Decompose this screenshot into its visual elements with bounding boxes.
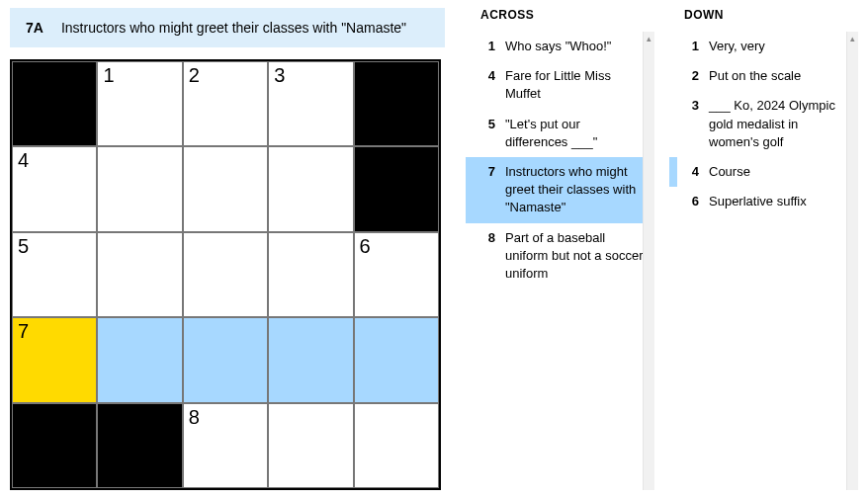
clue-number: 2 xyxy=(683,67,699,85)
clue-text: Fare for Little Miss Muffet xyxy=(505,67,645,103)
scrollbar-track[interactable]: ▴ xyxy=(643,32,654,490)
clue-columns: ACROSS 1Who says "Whoo!"4Fare for Little… xyxy=(465,8,858,490)
current-clue-id: 7A xyxy=(26,20,43,36)
cell-number: 8 xyxy=(189,406,200,429)
grid-cell[interactable]: 1 xyxy=(97,61,182,146)
cell-number: 5 xyxy=(18,235,29,258)
grid-cell[interactable] xyxy=(97,232,182,317)
across-clue-item[interactable]: 4Fare for Little Miss Muffet xyxy=(466,61,651,109)
cell-number: 7 xyxy=(18,320,29,343)
across-clue-item[interactable]: 1Who says "Whoo!" xyxy=(466,32,651,61)
cell-number: 4 xyxy=(18,149,29,172)
clue-number: 6 xyxy=(683,193,699,210)
grid-cell[interactable]: 6 xyxy=(354,232,439,317)
clue-text: Very, very xyxy=(709,38,848,55)
grid-cell xyxy=(97,403,182,488)
grid-cell[interactable] xyxy=(183,146,268,231)
down-column: DOWN 1Very, very2Put on the scale3___ Ko… xyxy=(668,8,858,490)
clue-number: 1 xyxy=(683,38,699,55)
grid-cell[interactable]: 3 xyxy=(268,61,353,146)
down-clue-item[interactable]: 2Put on the scale xyxy=(669,61,854,91)
cell-number: 1 xyxy=(103,64,114,87)
grid-cell[interactable] xyxy=(268,403,353,488)
across-heading: ACROSS xyxy=(465,8,654,22)
across-clue-item[interactable]: 8Part of a baseball uniform but not a so… xyxy=(466,223,651,290)
scroll-up-icon[interactable]: ▴ xyxy=(847,32,858,45)
grid-cell[interactable] xyxy=(268,232,353,317)
cell-number: 6 xyxy=(360,235,371,258)
clue-text: Instructors who might greet their classe… xyxy=(505,163,645,217)
grid-cell[interactable] xyxy=(268,146,353,231)
clue-number: 8 xyxy=(479,229,495,284)
grid-cell xyxy=(354,61,439,146)
grid-cell xyxy=(354,146,439,231)
grid-cell[interactable] xyxy=(97,317,182,402)
down-heading: DOWN xyxy=(668,8,858,22)
clue-text: "Let's put our differences ___" xyxy=(505,116,645,151)
crossword-grid: 12345678 xyxy=(10,59,441,490)
grid-cell[interactable]: 2 xyxy=(183,61,268,146)
down-clue-item[interactable]: 6Superlative suffix xyxy=(669,187,854,216)
grid-cell[interactable]: 7 xyxy=(12,317,97,402)
grid-cell xyxy=(12,61,97,146)
clue-text: Course xyxy=(709,163,848,181)
grid-cell[interactable]: 5 xyxy=(12,232,97,317)
grid-cell[interactable] xyxy=(97,146,182,231)
grid-cell[interactable]: 4 xyxy=(12,146,97,231)
clue-number: 3 xyxy=(683,97,699,151)
grid-cell xyxy=(12,403,97,488)
down-list: 1Very, very2Put on the scale3___ Ko, 202… xyxy=(668,32,858,216)
current-clue-text: Instructors who might greet their classe… xyxy=(61,20,406,36)
grid-cell[interactable]: 8 xyxy=(183,403,268,488)
clue-text: Put on the scale xyxy=(709,67,848,85)
across-clue-item[interactable]: 7Instructors who might greet their class… xyxy=(466,157,651,223)
across-column: ACROSS 1Who says "Whoo!"4Fare for Little… xyxy=(465,8,654,490)
scrollbar-track[interactable]: ▴ xyxy=(846,32,858,490)
grid-cell[interactable] xyxy=(354,403,439,488)
across-clue-item[interactable]: 5"Let's put our differences ___" xyxy=(466,110,651,157)
clue-text: Superlative suffix xyxy=(709,193,848,210)
down-clue-item[interactable]: 1Very, very xyxy=(669,32,854,61)
clue-number: 4 xyxy=(683,163,699,181)
clue-number: 7 xyxy=(479,163,495,217)
clue-number: 4 xyxy=(479,67,495,103)
down-clue-item[interactable]: 4Course xyxy=(669,157,854,187)
clue-text: Who says "Whoo!" xyxy=(505,38,645,55)
across-list: 1Who says "Whoo!"4Fare for Little Miss M… xyxy=(465,32,654,289)
clue-text: Part of a baseball uniform but not a soc… xyxy=(505,229,645,284)
grid-cell[interactable] xyxy=(354,317,439,402)
current-clue-bar[interactable]: 7A Instructors who might greet their cla… xyxy=(10,8,445,47)
cell-number: 2 xyxy=(189,64,200,87)
clue-number: 1 xyxy=(479,38,495,55)
left-panel: 7A Instructors who might greet their cla… xyxy=(10,8,445,490)
grid-cell[interactable] xyxy=(183,317,268,402)
crossword-container: 7A Instructors who might greet their cla… xyxy=(10,8,858,490)
scroll-up-icon[interactable]: ▴ xyxy=(644,32,654,45)
clue-text: ___ Ko, 2024 Olympic gold medalist in wo… xyxy=(709,97,848,151)
cell-number: 3 xyxy=(274,64,285,87)
clue-number: 5 xyxy=(479,116,495,151)
grid-cell[interactable] xyxy=(183,232,268,317)
grid-cell[interactable] xyxy=(268,317,353,402)
down-clue-item[interactable]: 3___ Ko, 2024 Olympic gold medalist in w… xyxy=(669,91,854,157)
